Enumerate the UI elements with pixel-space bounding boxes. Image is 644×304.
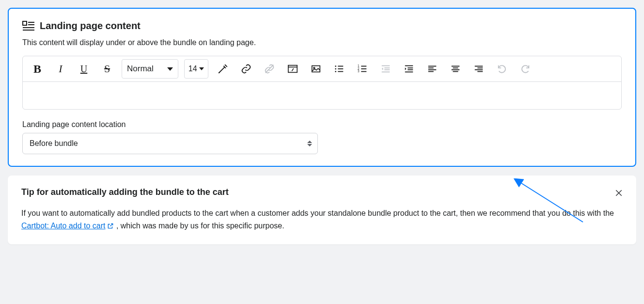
svg-line-47	[110, 224, 113, 226]
location-label: Landing page content location	[22, 120, 622, 129]
format-select-value: Normal	[127, 64, 154, 74]
content-icon	[22, 21, 35, 32]
undo-button	[491, 59, 513, 79]
svg-text:..: ..	[289, 69, 291, 72]
landing-page-content-card: Landing page content This content will d…	[8, 8, 636, 167]
format-select[interactable]: Normal	[122, 59, 178, 79]
strikethrough-button[interactable]: S	[96, 59, 118, 79]
editor-toolbar: B I U S Normal 14	[23, 56, 621, 82]
svg-point-14	[335, 71, 336, 72]
tip-body-pre: If you want to automatically add bundled…	[21, 209, 614, 217]
cartbot-link[interactable]: Cartbot: Auto add to cart	[21, 222, 114, 230]
align-right-button[interactable]	[468, 59, 489, 79]
unlink-button	[259, 59, 280, 79]
section-description: This content will display under or above…	[22, 38, 622, 47]
svg-rect-0	[23, 21, 27, 25]
underline-button[interactable]: U	[73, 59, 94, 79]
rich-text-editor: B I U S Normal 14	[22, 56, 622, 110]
font-size-select[interactable]: 14	[184, 59, 208, 79]
font-size-value: 14	[188, 64, 197, 73]
redo-button	[515, 59, 536, 79]
close-button[interactable]	[611, 185, 627, 201]
external-link-icon	[107, 221, 114, 233]
link-button[interactable]	[236, 59, 257, 79]
tip-card: Tip for automatically adding the bundle …	[8, 176, 636, 244]
align-center-button[interactable]	[445, 59, 466, 79]
outdent-button	[375, 59, 396, 79]
section-title: Landing page content	[40, 20, 141, 32]
tip-body-post: , which was made by us for this specific…	[114, 222, 284, 230]
editor-content-area[interactable]	[23, 82, 621, 109]
code-view-button[interactable]: ..	[282, 59, 303, 79]
svg-point-13	[335, 68, 336, 70]
bullet-list-button[interactable]	[329, 59, 350, 79]
svg-point-12	[335, 65, 336, 67]
indent-button[interactable]	[398, 59, 420, 79]
image-button[interactable]	[305, 59, 327, 79]
location-select-wrap: Before bundle	[22, 133, 318, 154]
svg-point-5	[219, 72, 220, 73]
section-header: Landing page content	[22, 20, 622, 32]
caret-down-icon	[167, 67, 173, 71]
tip-body: If you want to automatically add bundled…	[21, 207, 623, 233]
text-color-button[interactable]	[212, 59, 234, 79]
caret-down-icon	[199, 67, 204, 70]
numbered-list-button[interactable]: 1 2 3	[352, 59, 373, 79]
svg-text:3: 3	[358, 69, 360, 73]
bold-button[interactable]: B	[27, 59, 48, 79]
italic-button[interactable]: I	[50, 59, 71, 79]
location-select-value: Before bundle	[30, 139, 78, 148]
tip-title: Tip for automatically adding the bundle …	[21, 187, 623, 197]
location-select[interactable]: Before bundle	[22, 133, 318, 154]
align-left-button[interactable]	[422, 59, 443, 79]
